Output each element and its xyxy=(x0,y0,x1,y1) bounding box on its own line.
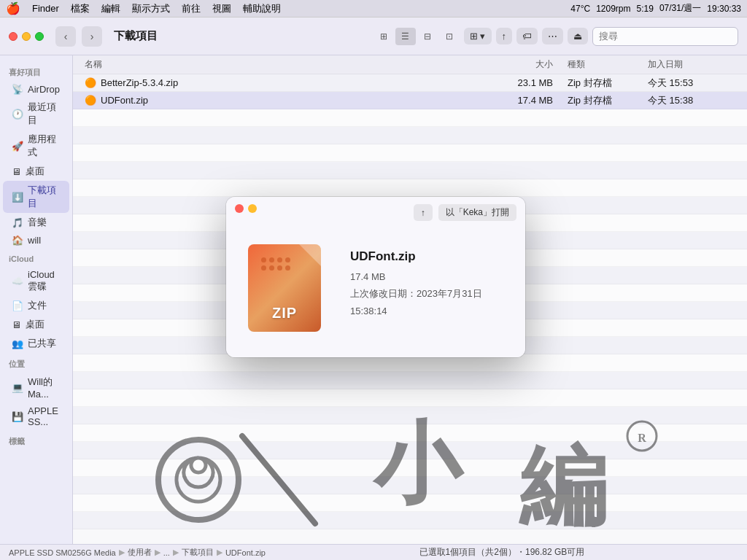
gallery-view-button[interactable]: ⊡ xyxy=(439,28,460,45)
zoom-button[interactable] xyxy=(35,32,44,41)
sidebar-item-documents[interactable]: 📄 文件 xyxy=(3,296,69,315)
list-view-button[interactable]: ☰ xyxy=(395,28,416,45)
apple-menu[interactable]: 🍎 xyxy=(6,1,20,15)
sidebar-item-airdrop[interactable]: 📡 AirDrop xyxy=(3,81,69,98)
header-type[interactable]: 種類 xyxy=(568,58,640,71)
zip-icon-container: ZIP xyxy=(241,230,336,339)
header-date[interactable]: 加入日期 xyxy=(648,58,735,71)
quicklook-share-button[interactable]: ↑ xyxy=(414,204,433,221)
menu-go[interactable]: 前往 xyxy=(182,2,201,15)
tags-label: 標籤 xyxy=(0,430,72,450)
back-button[interactable]: ‹ xyxy=(55,26,76,47)
menu-edit[interactable]: 編輯 xyxy=(101,2,120,15)
breadcrumb-sep1: ▶ xyxy=(119,548,125,557)
file-row-udfont[interactable]: 🟠 UDFont.zip 17.4 MB Zip 封存檔 今天 15:38 xyxy=(73,92,747,109)
sidebar-item-ssd-label: APPLE SS... xyxy=(28,405,61,427)
menu-finder[interactable]: Finder xyxy=(32,3,59,14)
clock-full: 19:30:33 xyxy=(707,4,741,14)
icon-view-button[interactable]: ⊞ xyxy=(374,28,394,45)
documents-icon: 📄 xyxy=(12,300,23,311)
tag-button[interactable]: 🏷 xyxy=(516,28,538,44)
sidebar-item-mac[interactable]: 💻 Will的Ma... xyxy=(3,373,69,402)
clock-time: 5:19 xyxy=(637,4,654,14)
quicklook-top-right: ↑ 以「Keka」打開 xyxy=(414,204,516,221)
file-type-betterzip: Zip 封存檔 xyxy=(568,77,640,90)
sidebar-item-documents-label: 文件 xyxy=(28,299,47,312)
quicklook-minimize[interactable] xyxy=(248,204,257,213)
close-button[interactable] xyxy=(9,32,18,41)
toolbar: ‹ › 下載項目 ⊞ ☰ ⊟ ⊡ ⊞ ▾ ↑ 🏷 ⋯ ⏏ xyxy=(0,18,747,55)
zip-icon-body: ZIP xyxy=(248,244,321,332)
menu-help[interactable]: 輔助說明 xyxy=(243,2,281,15)
sidebar-item-icloud-drive[interactable]: ☁️ iCloud雲碟 xyxy=(3,266,69,296)
header-size[interactable]: 大小 xyxy=(495,58,553,71)
locations-label: 位置 xyxy=(0,353,72,373)
file-name-udfont: UDFont.zip xyxy=(101,95,495,106)
sidebar-item-downloads-label: 下載項目 xyxy=(28,184,61,210)
file-icon-udfont: 🟠 xyxy=(85,95,96,106)
column-view-button[interactable]: ⊟ xyxy=(417,28,438,45)
header-name[interactable]: 名稱 xyxy=(85,58,495,71)
breadcrumb-user: ... xyxy=(163,548,170,557)
sidebar-item-icloud-desktop[interactable]: 🖥 桌面 xyxy=(3,315,69,334)
share-button[interactable]: ↑ xyxy=(496,28,513,44)
fan-rpm: 1209rpm xyxy=(596,4,630,14)
quicklook-open-button[interactable]: 以「Keka」打開 xyxy=(438,204,516,221)
sidebar-item-music-label: 音樂 xyxy=(28,216,47,229)
breadcrumb-sep3: ▶ xyxy=(173,548,179,557)
downloads-icon: ⬇️ xyxy=(12,192,23,203)
toolbar-actions: ⊞ ☰ ⊟ ⊡ ⊞ ▾ ↑ 🏷 ⋯ ⏏ xyxy=(374,27,738,46)
quicklook-content: ZIP UDFont.zip 17.4 MB 上次修改日期：2023年7月31日… xyxy=(226,197,525,357)
statusbar: APPLE SSD SM0256G Media ▶ 使用者 ▶ ... ▶ 下載… xyxy=(0,544,747,560)
sidebar-item-shared[interactable]: 👥 已共享 xyxy=(3,334,69,353)
breadcrumb-users: 使用者 xyxy=(128,547,152,558)
music-icon: 🎵 xyxy=(12,217,23,228)
sidebar-item-ssd[interactable]: 💾 APPLE SS... xyxy=(3,402,69,430)
home-icon: 🏠 xyxy=(12,235,23,246)
breadcrumb-ssd: APPLE SSD SM0256G Media xyxy=(9,548,116,557)
sidebar-item-desktop[interactable]: 🖥 桌面 xyxy=(3,162,69,181)
file-row-betterzip[interactable]: 🟠 BetterZip-5.3.4.zip 23.1 MB Zip 封存檔 今天… xyxy=(73,74,747,92)
quicklook-popup: ↑ 以「Keka」打開 xyxy=(226,197,525,357)
ssd-icon: 💾 xyxy=(12,411,23,422)
icloud-desktop-icon: 🖥 xyxy=(12,319,21,330)
airdrop-icon: 📡 xyxy=(12,84,23,95)
sidebar: 喜好項目 📡 AirDrop 🕐 最近項目 🚀 應用程式 🖥 桌面 ⬇️ 下載項… xyxy=(0,55,73,544)
breadcrumb-file: UDFont.zip xyxy=(225,548,266,557)
sidebar-item-desktop-label: 桌面 xyxy=(26,165,44,178)
menubar: 🍎 Finder 檔案 編輯 顯示方式 前往 視圖 輔助說明 47°C 1209… xyxy=(0,0,747,18)
menu-window[interactable]: 視圖 xyxy=(212,2,231,15)
minimize-button[interactable] xyxy=(22,32,31,41)
icloud-label: iCloud xyxy=(0,249,72,266)
cpu-temp: 47°C xyxy=(570,4,590,14)
file-size-udfont: 17.4 MB xyxy=(495,95,553,106)
quicklook-size: 17.4 MB xyxy=(350,268,511,285)
menu-file[interactable]: 檔案 xyxy=(71,2,90,15)
zip-label: ZIP xyxy=(272,305,297,322)
favorites-label: 喜好項目 xyxy=(0,61,72,81)
group-button[interactable]: ⊞ ▾ xyxy=(464,28,492,44)
search-input[interactable] xyxy=(592,27,738,46)
breadcrumb-downloads: 下載項目 xyxy=(182,547,214,558)
menu-view-mode[interactable]: 顯示方式 xyxy=(132,2,170,15)
shared-icon: 👥 xyxy=(12,338,23,349)
sidebar-item-downloads[interactable]: ⬇️ 下載項目 xyxy=(3,181,69,213)
file-list-header: 名稱 大小 種類 加入日期 xyxy=(73,55,747,74)
breadcrumb: APPLE SSD SM0256G Media ▶ 使用者 ▶ ... ▶ 下載… xyxy=(9,547,266,558)
sidebar-item-recents-label: 最近項目 xyxy=(28,101,61,127)
breadcrumb-sep4: ▶ xyxy=(217,548,222,557)
forward-button[interactable]: › xyxy=(82,26,102,47)
more-button[interactable]: ⋯ xyxy=(542,28,563,44)
quicklook-filename: UDFont.zip xyxy=(350,249,511,264)
icloud-icon: ☁️ xyxy=(12,276,23,287)
traffic-lights xyxy=(9,32,44,41)
sidebar-item-music[interactable]: 🎵 音樂 xyxy=(3,213,69,232)
sidebar-item-applications[interactable]: 🚀 應用程式 xyxy=(3,130,69,162)
view-mode-buttons: ⊞ ☰ ⊟ ⊡ xyxy=(374,28,460,45)
window-title: 下載項目 xyxy=(114,29,158,43)
sidebar-item-mac-label: Will的Ma... xyxy=(28,376,61,400)
sidebar-item-will[interactable]: 🏠 will xyxy=(3,232,69,249)
quicklook-close[interactable] xyxy=(235,204,244,213)
eject-button[interactable]: ⏏ xyxy=(568,28,588,44)
sidebar-item-recents[interactable]: 🕐 最近項目 xyxy=(3,98,69,130)
